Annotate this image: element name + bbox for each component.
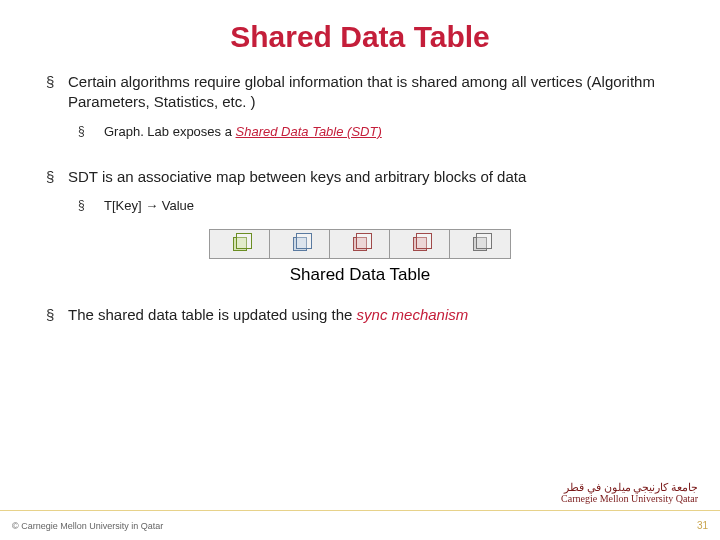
cube-icon [293, 237, 307, 251]
bullet-1: Certain algorithms require global inform… [46, 72, 674, 141]
sdt-visual: Shared Data Table [46, 229, 674, 285]
cube-icon [233, 237, 247, 251]
bullet-1-sub-prefix: Graph. Lab exposes a [104, 124, 236, 139]
sdt-caption: Shared Data Table [46, 265, 674, 285]
sdt-cell [450, 230, 510, 258]
cube-icon [413, 237, 427, 251]
bullet-2-text: SDT is an associative map between keys a… [68, 168, 526, 185]
sdt-cell [270, 230, 330, 258]
cube-icon [353, 237, 367, 251]
sdt-cell [330, 230, 390, 258]
bullet-3-emph: sync mechanism [357, 306, 469, 323]
bullet-3-prefix: The shared data table is updated using t… [68, 306, 357, 323]
copyright-text: © Carnegie Mellon University in Qatar [12, 521, 163, 531]
slide-content: Certain algorithms require global inform… [0, 72, 720, 325]
bullet-2-sub: T[Key] → Value [78, 197, 674, 215]
bullet-2-sub-text: T[Key] → Value [104, 198, 194, 213]
sdt-cells [209, 229, 511, 259]
logo-arabic: جامعة كارنيجي ميلون في قطر [561, 481, 698, 493]
bullet-1-sub-emph: Shared Data Table (SDT) [236, 124, 382, 139]
sdt-cell [210, 230, 270, 258]
footer: © Carnegie Mellon University in Qatar 31 [0, 510, 720, 540]
logo-english: Carnegie Mellon University Qatar [561, 493, 698, 504]
slide-title: Shared Data Table [0, 0, 720, 72]
sdt-cell [390, 230, 450, 258]
bullet-2: SDT is an associative map between keys a… [46, 167, 674, 215]
page-number: 31 [697, 520, 708, 531]
bullet-1-text: Certain algorithms require global inform… [68, 73, 655, 110]
bullet-1-sub: Graph. Lab exposes a Shared Data Table (… [78, 123, 674, 141]
cube-icon [473, 237, 487, 251]
bullet-3: The shared data table is updated using t… [46, 305, 674, 325]
cmu-qatar-logo: جامعة كارنيجي ميلون في قطر Carnegie Mell… [561, 481, 698, 504]
